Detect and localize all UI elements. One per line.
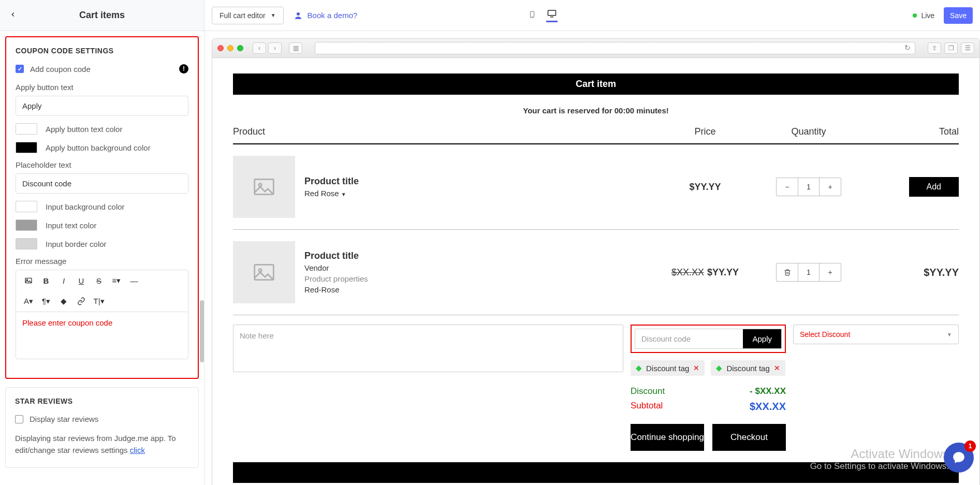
product-thumbnail <box>233 156 295 218</box>
rte-underline-icon[interactable]: U <box>73 273 90 288</box>
live-label: Live <box>921 11 934 20</box>
apply-button-text-input[interactable] <box>16 96 188 116</box>
browser-chrome: ‹ › ▥ ⇪ ❐ ☰ <box>212 38 980 58</box>
placeholder-text-input[interactable] <box>16 173 188 194</box>
tag-icon: ◆ <box>636 363 642 373</box>
traffic-max-icon <box>237 45 243 51</box>
star-reviews-title: STAR REVIEWS <box>15 397 189 405</box>
error-message-content[interactable]: Please enter coupon code <box>16 312 188 359</box>
input-bg-color-label: Input background color <box>46 202 125 211</box>
rte-hr-icon[interactable]: — <box>126 273 142 288</box>
browser-share-icon[interactable]: ⇪ <box>928 42 941 54</box>
coupon-section-title: COUPON CODE SETTINGS <box>16 47 188 55</box>
rte-align-icon[interactable]: ≡▾ <box>108 273 125 288</box>
add-coupon-row: Add coupon code ! <box>16 64 188 74</box>
editor-mode-label: Full cart editor <box>220 11 266 20</box>
quantity-stepper: − 1 + <box>776 178 841 196</box>
error-message-label: Error message <box>16 257 188 266</box>
star-reviews-link[interactable]: click <box>130 446 145 454</box>
rte-link-icon[interactable] <box>73 294 90 308</box>
cart-row: Product title Vendor Product properties … <box>233 230 959 315</box>
product-variant-dropdown[interactable]: Red Rose▼ <box>304 189 359 198</box>
rte-clear-icon[interactable]: T|▾ <box>91 294 107 308</box>
discount-label: Discount <box>631 386 665 396</box>
input-text-color-swatch[interactable] <box>16 219 37 231</box>
apply-text-color-swatch[interactable] <box>16 123 37 135</box>
star-reviews-description: Displaying star reviews from Judge.me ap… <box>15 433 189 456</box>
discount-select-dropdown[interactable]: Select Discount ▼ <box>793 325 959 344</box>
traffic-min-icon <box>227 45 233 51</box>
desktop-device-icon[interactable] <box>546 9 558 22</box>
rte-bold-icon[interactable]: B <box>38 273 54 288</box>
apply-bg-color-swatch[interactable] <box>16 142 37 153</box>
info-icon[interactable]: ! <box>179 64 188 74</box>
footer-bar <box>233 462 959 483</box>
checkout-button[interactable]: Checkout <box>712 424 786 451</box>
browser-forward-icon[interactable]: › <box>268 42 282 54</box>
sidebar-header: Cart items <box>0 0 204 31</box>
add-coupon-checkbox[interactable] <box>16 65 24 73</box>
live-status: Live <box>913 11 934 20</box>
rte-image-icon[interactable] <box>20 273 37 288</box>
chevron-down-icon: ▼ <box>947 332 952 337</box>
header-quantity: Quantity <box>752 126 866 137</box>
product-title: Product title <box>304 251 368 261</box>
mobile-device-icon[interactable] <box>526 9 538 22</box>
input-border-color-swatch[interactable] <box>16 238 37 249</box>
rte-italic-icon[interactable]: I <box>55 273 72 288</box>
back-icon[interactable] <box>9 10 17 21</box>
add-coupon-label: Add coupon code <box>30 65 91 74</box>
browser-back-icon[interactable]: ‹ <box>253 42 266 54</box>
svg-point-2 <box>297 12 300 16</box>
browser-more-icon[interactable]: ☰ <box>961 42 974 54</box>
qty-delete-button[interactable] <box>777 263 798 281</box>
coupon-apply-button[interactable]: Apply <box>743 329 781 348</box>
continue-shopping-button[interactable]: Continue shopping <box>631 424 704 451</box>
main: Full cart editor ▼ Book a demo? Live <box>204 0 980 485</box>
chat-bubble[interactable]: 1 <box>944 443 974 473</box>
chat-badge: 1 <box>964 440 976 452</box>
placeholder-text-label: Placeholder text <box>16 160 188 169</box>
rte-strike-icon[interactable]: S <box>91 273 107 288</box>
remove-tag-icon[interactable]: ✕ <box>774 364 780 372</box>
preview-wrap: ‹ › ▥ ⇪ ❐ ☰ Cart item Your cart is reser… <box>204 31 980 485</box>
error-message-editor: B I U S ≡▾ — A▾ ¶▾ ◆ T|▾ <box>16 270 188 359</box>
qty-increase-button[interactable]: + <box>819 178 841 196</box>
header-total: Total <box>866 126 959 137</box>
book-demo-label: Book a demo? <box>308 11 358 20</box>
quantity-stepper: 1 + <box>776 263 841 282</box>
discount-value: - $XX.XX <box>750 386 786 396</box>
browser-tabs-icon[interactable]: ❐ <box>944 42 958 54</box>
product-price: $YY.YY <box>659 182 752 193</box>
rte-paragraph-icon[interactable]: ¶▾ <box>38 294 54 308</box>
product-price: $XX.XX$YY.YY <box>659 267 752 278</box>
qty-increase-button[interactable]: + <box>819 263 841 281</box>
input-border-color-label: Input border color <box>46 240 107 248</box>
topbar: Full cart editor ▼ Book a demo? Live <box>204 0 980 31</box>
cart-row: Product title Red Rose▼ $YY.YY − 1 <box>233 144 959 230</box>
coupon-code-input[interactable]: Discount code <box>635 329 743 348</box>
error-message-text: Please enter coupon code <box>22 318 112 327</box>
product-title: Product title <box>304 176 359 187</box>
add-button[interactable]: Add <box>909 177 959 197</box>
svg-rect-5 <box>548 10 555 16</box>
rte-drop-icon[interactable]: ◆ <box>55 294 72 308</box>
input-bg-color-swatch[interactable] <box>16 201 37 212</box>
device-toggle <box>423 9 558 22</box>
discount-tag: ◆ Discount tag ✕ <box>711 360 785 376</box>
save-button[interactable]: Save <box>944 7 973 24</box>
subtotal-value: $XX.XX <box>750 401 786 413</box>
live-dot-icon <box>913 13 917 18</box>
browser-sidebar-icon[interactable]: ▥ <box>289 42 302 54</box>
address-bar[interactable] <box>315 42 915 54</box>
remove-tag-icon[interactable]: ✕ <box>693 364 699 372</box>
editor-mode-dropdown[interactable]: Full cart editor ▼ <box>212 7 284 24</box>
display-star-reviews-checkbox[interactable] <box>15 415 23 423</box>
apply-button-text-label: Apply button text <box>16 83 188 92</box>
scrollbar-thumb[interactable] <box>200 300 204 362</box>
note-input[interactable]: Note here <box>233 325 623 372</box>
qty-decrease-button[interactable]: − <box>777 178 798 196</box>
book-demo-link[interactable]: Book a demo? <box>293 10 358 21</box>
rte-font-icon[interactable]: A▾ <box>20 294 37 308</box>
sidebar-scroll: COUPON CODE SETTINGS Add coupon code ! A… <box>0 31 204 485</box>
